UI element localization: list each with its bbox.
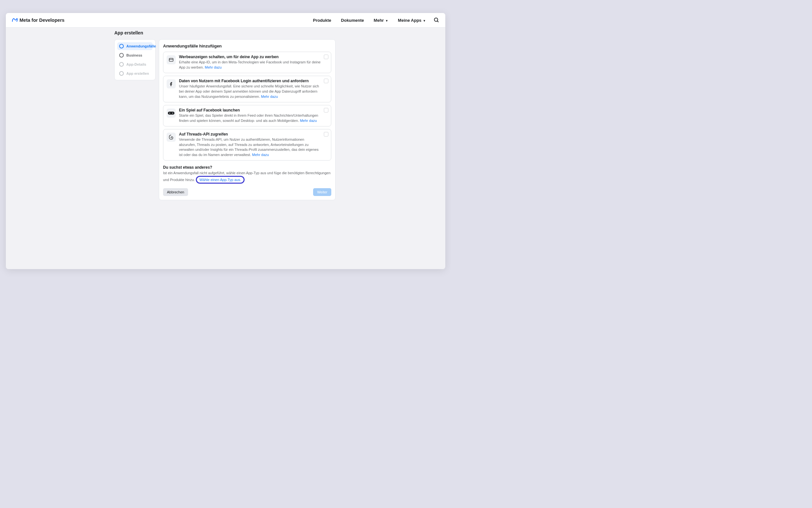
svg-rect-4 (168, 112, 175, 115)
nav-myapps[interactable]: Meine Apps ▼ (398, 18, 426, 23)
usecase-desc: Starte ein Spiel, das Spieler direkt in … (179, 113, 321, 124)
step-label: Business (126, 53, 142, 57)
search-icon (434, 17, 439, 23)
usecase-checkbox[interactable] (324, 132, 328, 136)
learn-more-link[interactable]: Mehr dazu (261, 95, 278, 98)
usecase-body: Auf Threads-API zugreifen Verwende die T… (179, 132, 328, 158)
usecase-desc: Erhalte eine App-ID, um in den Meta-Tech… (179, 60, 321, 70)
facebook-icon (166, 79, 176, 88)
steps-sidebar: Anwendungsfälle Business App-Details App… (114, 39, 155, 80)
step-label: App erstellen (126, 72, 149, 75)
usecase-title: Werbeanzeigen schalten, um für deine App… (179, 55, 321, 59)
svg-rect-2 (169, 58, 173, 61)
step-usecases[interactable]: Anwendungsfälle (117, 42, 153, 50)
alt-section: Du suchst etwas anderes? Ist ein Anwendu… (163, 165, 331, 184)
usecase-checkbox[interactable] (324, 108, 328, 113)
step-appdetails: App-Details (117, 60, 153, 68)
svg-point-0 (434, 18, 438, 22)
usecase-title: Daten von Nutzern mit Facebook Login aut… (179, 79, 321, 83)
usecase-title: Ein Spiel auf Facebook launchen (179, 108, 321, 113)
meta-logo-icon (12, 18, 17, 22)
usecase-card-threads[interactable]: Auf Threads-API zugreifen Verwende die T… (163, 129, 331, 161)
step-business[interactable]: Business (117, 51, 153, 59)
page-title: App erstellen (114, 30, 439, 35)
svg-point-5 (169, 113, 170, 114)
svg-point-6 (172, 113, 173, 114)
nav-links: Produkte Dokumente Mehr ▼ Meine Apps ▼ (313, 18, 426, 23)
panel-heading: Anwendungsfälle hinzufügen (163, 44, 331, 48)
nav-more[interactable]: Mehr ▼ (374, 18, 388, 23)
brand-text: Meta for Developers (19, 17, 65, 23)
usecase-body: Ein Spiel auf Facebook launchen Starte e… (179, 108, 328, 124)
usecase-title: Auf Threads-API zugreifen (179, 132, 321, 136)
usecase-desc: Verwende die Threads-API, um Nutzer zu a… (179, 137, 321, 158)
step-circle-icon (119, 62, 124, 67)
usecase-checkbox[interactable] (324, 79, 328, 83)
usecase-body: Werbeanzeigen schalten, um für deine App… (179, 55, 328, 70)
learn-more-link[interactable]: Mehr dazu (300, 119, 317, 123)
step-circle-icon (119, 53, 124, 57)
select-app-type-link[interactable]: Wähle einen App-Typ aus. (196, 176, 245, 184)
step-createapp: App erstellen (117, 70, 153, 77)
step-label: App-Details (126, 62, 146, 66)
top-nav: Meta for Developers Produkte Dokumente M… (6, 13, 445, 28)
usecase-card-fblogin[interactable]: Daten von Nutzern mit Facebook Login aut… (163, 76, 331, 102)
learn-more-link[interactable]: Mehr dazu (252, 153, 269, 157)
nav-docs[interactable]: Dokumente (341, 18, 364, 23)
cancel-button[interactable]: Abbrechen (163, 188, 188, 196)
step-label: Anwendungsfälle (126, 44, 156, 48)
brand[interactable]: Meta for Developers (12, 17, 65, 23)
alt-desc: Ist ein Anwendungsfall nicht aufgeführt,… (163, 170, 331, 184)
caret-down-icon: ▼ (385, 19, 388, 23)
learn-more-link[interactable]: Mehr dazu (205, 65, 222, 69)
usecase-body: Daten von Nutzern mit Facebook Login aut… (179, 79, 328, 99)
dialog-actions: Abbrechen Weiter (163, 188, 331, 196)
step-circle-icon (119, 44, 124, 48)
usecase-checkbox[interactable] (324, 55, 328, 59)
ad-icon (166, 55, 176, 65)
search-button[interactable] (434, 17, 439, 23)
usecase-desc: Unser häufigster Anwendungsfall. Eine si… (179, 84, 321, 99)
content-area: App erstellen Anwendungsfälle Business A… (6, 28, 445, 207)
step-circle-icon (119, 71, 124, 76)
caret-down-icon: ▼ (422, 19, 426, 23)
game-icon (166, 109, 176, 118)
usecase-card-game[interactable]: Ein Spiel auf Facebook launchen Starte e… (163, 105, 331, 126)
usecase-card-ads[interactable]: Werbeanzeigen schalten, um für deine App… (163, 52, 331, 73)
layout-row: Anwendungsfälle Business App-Details App… (114, 39, 439, 200)
next-button[interactable]: Weiter (313, 188, 331, 196)
main-panel: Anwendungsfälle hinzufügen Werbeanzeigen… (159, 39, 336, 200)
svg-line-1 (437, 21, 438, 22)
threads-icon (166, 133, 176, 142)
app-window: Meta for Developers Produkte Dokumente M… (6, 13, 445, 269)
nav-products[interactable]: Produkte (313, 18, 331, 23)
alt-heading: Du suchst etwas anderes? (163, 165, 331, 170)
